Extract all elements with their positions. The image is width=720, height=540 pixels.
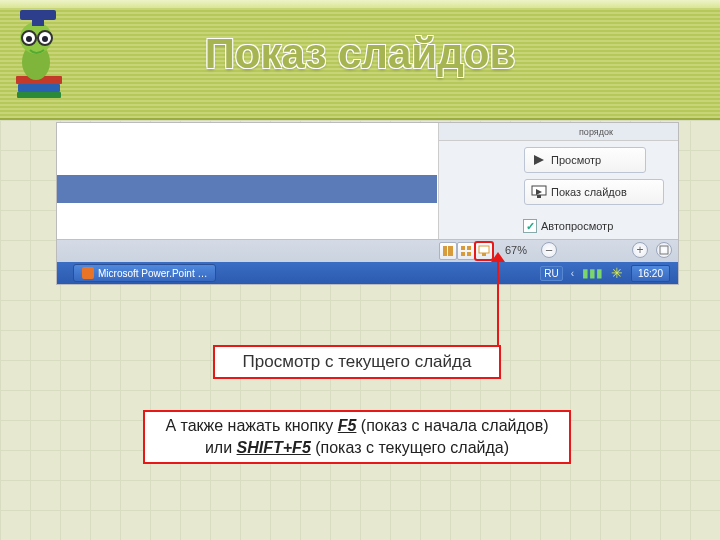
svg-rect-22 [482, 253, 486, 256]
svg-rect-2 [17, 92, 61, 98]
tray-expand-icon[interactable]: ‹ [571, 268, 574, 279]
svg-point-9 [26, 36, 32, 42]
normal-view-button[interactable] [439, 242, 457, 260]
header-band-top [0, 0, 720, 8]
svg-rect-6 [32, 20, 44, 26]
svg-rect-5 [20, 10, 56, 20]
zoom-in-button[interactable]: + [632, 242, 648, 258]
svg-rect-19 [461, 252, 465, 256]
play-icon [531, 153, 547, 167]
slideshow-button-label: Показ слайдов [551, 186, 627, 198]
network-icon[interactable]: ▮▮▮ [582, 266, 603, 280]
preview-button-label: Просмотр [551, 154, 601, 166]
svg-rect-23 [660, 246, 668, 254]
projector-icon [531, 185, 547, 199]
slideshow-button[interactable]: Показ слайдов [524, 179, 664, 205]
svg-rect-20 [467, 252, 471, 256]
taskbar-app-label: Microsoft Power.Point … [98, 268, 207, 279]
taskbar-app-button[interactable]: Microsoft Power.Point … [73, 264, 216, 282]
callout1-text: Просмотр с текущего слайда [243, 352, 472, 372]
pane-header: порядок [439, 123, 678, 141]
svg-rect-17 [461, 246, 465, 250]
c2-pre: А также нажать кнопку [165, 417, 337, 434]
pane-header-label: порядок [579, 127, 613, 137]
autopreview-checkbox[interactable]: ✓ Автопросмотр [523, 219, 613, 233]
svg-marker-11 [534, 155, 544, 165]
svg-rect-15 [443, 246, 447, 256]
slide-bluebar [57, 175, 437, 203]
sorter-view-button[interactable] [457, 242, 475, 260]
zoom-level[interactable]: 67% [505, 244, 527, 256]
svg-point-10 [42, 36, 48, 42]
svg-rect-18 [467, 246, 471, 250]
svg-rect-13 [537, 195, 541, 198]
fit-button[interactable] [656, 242, 672, 258]
arrow-line [497, 256, 499, 356]
slideshow-view-button[interactable] [475, 242, 493, 260]
c2-mid1: (показ с начала слайдов) [356, 417, 548, 434]
c2-mid2: (показ с текущего слайда) [311, 439, 509, 456]
autopreview-label: Автопросмотр [541, 220, 613, 232]
callout-shortcuts: А также нажать кнопку F5 (показ с начала… [143, 410, 571, 464]
powerpoint-icon [82, 267, 94, 279]
checkbox-icon: ✓ [523, 219, 537, 233]
windows-taskbar: Microsoft Power.Point … RU ‹ ▮▮▮ ✳ 16:20 [57, 262, 678, 284]
c2-line2-pre: или [205, 439, 237, 456]
language-indicator[interactable]: RU [540, 266, 562, 281]
clock[interactable]: 16:20 [631, 265, 670, 282]
powerpoint-screenshot: порядок Просмотр Показ слайдов ✓ Автопро… [56, 122, 679, 285]
view-buttons [439, 242, 493, 260]
svg-rect-16 [448, 246, 453, 256]
slide-area [57, 123, 437, 238]
callout-current-slide: Просмотр с текущего слайда [213, 345, 501, 379]
status-bar: 67% − + [57, 239, 678, 263]
c2-key1: F5 [338, 417, 357, 434]
zoom-out-button[interactable]: − [541, 242, 557, 258]
svg-rect-21 [479, 246, 489, 253]
bookworm-mascot [6, 6, 78, 100]
c2-key2: SHIFT+F5 [237, 439, 311, 456]
svg-rect-1 [18, 84, 60, 92]
system-tray: RU ‹ ▮▮▮ ✳ 16:20 [532, 262, 678, 284]
preview-button[interactable]: Просмотр [524, 147, 646, 173]
security-icon[interactable]: ✳ [611, 265, 623, 281]
page-title: Показ слайдов [205, 30, 516, 78]
